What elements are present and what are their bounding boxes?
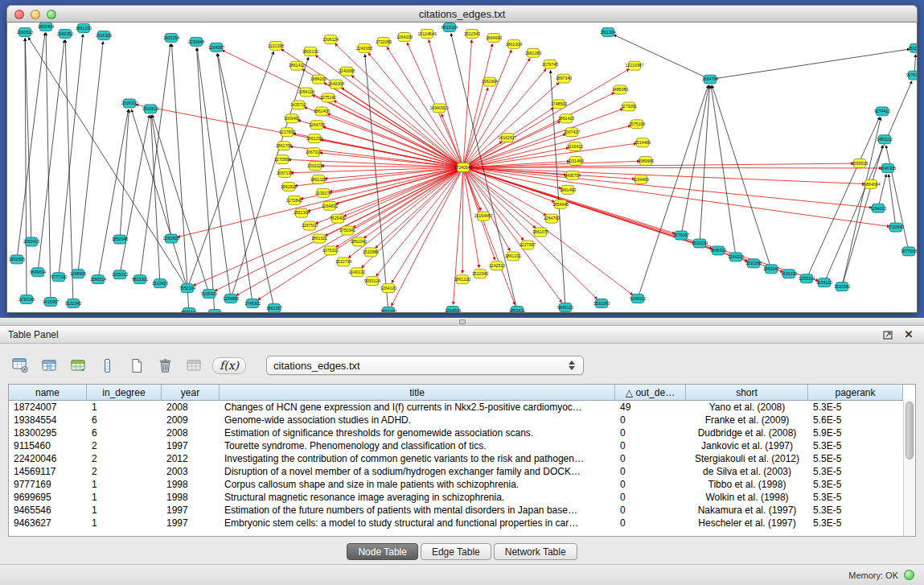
graph-node[interactable]: 2054124 (298, 88, 314, 97)
graph-node[interactable]: 1510342 (834, 282, 850, 291)
graph-node[interactable]: 9815301 (132, 275, 148, 284)
table-cell[interactable]: 5.3E-5 (808, 517, 903, 529)
graph-node[interactable]: 2067314 (306, 148, 322, 157)
graph-node[interactable]: 8613104 (441, 23, 458, 31)
table-cell[interactable]: 9463627 (9, 517, 87, 529)
graph-node[interactable]: 1275141 (320, 93, 336, 102)
table-row[interactable]: 1830029562008Estimation of significance … (9, 426, 903, 439)
graph-node[interactable]: 1268605 (70, 270, 86, 278)
graph-node[interactable]: 1216412 (567, 142, 583, 151)
graph-node[interactable]: 1264209 (396, 32, 413, 41)
graph-node[interactable]: 1264831 (322, 201, 338, 210)
column-header-pagerank[interactable]: pagerank (808, 385, 903, 401)
tab-edge-table[interactable]: Edge Table (421, 543, 491, 560)
table-scrollbar[interactable] (903, 401, 915, 536)
graph-node[interactable]: 9846320 (710, 246, 726, 255)
graph-node[interactable]: 1151469 (568, 157, 584, 166)
graph-node[interactable]: 1863404 (38, 23, 54, 31)
panel-divider[interactable] (0, 318, 924, 326)
graph-node[interactable]: 1664794 (702, 75, 718, 84)
graph-node[interactable]: 1510423 (152, 279, 168, 288)
graph-node[interactable]: 2016305 (96, 31, 112, 39)
table-cell[interactable]: Tourette syndrome. Phenomenology and cla… (220, 439, 615, 452)
table-cell[interactable]: Jankovic et al. (1997) (686, 439, 808, 452)
graph-node[interactable]: 2260605 (163, 234, 179, 243)
new-column-button[interactable] (125, 356, 147, 376)
table-cell[interactable]: 2009 (162, 414, 220, 426)
table-cell[interactable]: Hescheler et al. (1997) (686, 517, 808, 529)
graph-node[interactable]: 1510612 (142, 105, 158, 113)
graph-node[interactable]: 9102345 (65, 299, 81, 308)
import-table-button[interactable] (68, 356, 89, 376)
table-cell[interactable]: 2 (87, 452, 162, 465)
table-cell[interactable]: Corpus callosum shape and size in male p… (220, 478, 615, 491)
column-narrow-button[interactable] (97, 356, 118, 376)
table-row[interactable]: 1938455462009Genome-wide association stu… (9, 414, 903, 426)
graph-node[interactable]: 9845120 (557, 303, 573, 312)
graph-node[interactable]: 1852046 (112, 235, 128, 244)
column-header-short[interactable]: short (686, 385, 808, 401)
graph-node[interactable]: 2060413 (23, 237, 39, 246)
graph-node[interactable]: 1512543 (464, 29, 480, 38)
dropdown-stepper-icon[interactable] (569, 360, 577, 370)
column-header-year[interactable]: year (162, 385, 220, 401)
table-cell[interactable]: 2008 (162, 426, 220, 439)
divider-grip-icon[interactable] (459, 319, 466, 324)
graph-node[interactable]: 15154457 (474, 212, 492, 220)
graph-node[interactable]: 1154469 (633, 175, 649, 183)
table-cell[interactable]: 22420046 (9, 452, 87, 465)
table-cell[interactable]: Tibbo et al. (1998) (686, 478, 808, 491)
table-cell[interactable]: Dudbridge et al. (2008) (686, 426, 808, 439)
graph-node[interactable]: 2230145 (18, 295, 35, 304)
graph-node[interactable]: 9934251 (207, 310, 223, 312)
table-cell[interactable]: Embryonic stem cells: a model to study s… (220, 517, 615, 529)
table-cell[interactable]: Nakamura et al. (1997) (686, 504, 808, 517)
graph-node[interactable]: 9276341 (906, 71, 917, 80)
table-cell[interactable]: 5.5E-5 (808, 452, 903, 465)
table-cell[interactable]: Stergiakouli et al. (2012) (686, 452, 808, 465)
show-columns-button[interactable] (39, 356, 60, 376)
graph-node[interactable]: 1861423 (558, 114, 574, 123)
graph-node[interactable]: 1510263 (593, 299, 610, 308)
graph-node[interactable]: 1227067 (519, 241, 536, 249)
table-cell[interactable]: 49 (615, 401, 686, 414)
graph-node[interactable]: 1897343 (556, 74, 572, 83)
graph-node[interactable]: 1811304 (600, 27, 616, 36)
graph-node[interactable]: 1861075 (532, 228, 548, 237)
table-cell[interactable]: 0 (615, 439, 686, 452)
graph-node[interactable]: 1748503 (551, 100, 567, 109)
graph-node[interactable]: 1510349 (472, 270, 488, 278)
table-cell[interactable]: 5.3E-5 (808, 401, 903, 414)
table-row[interactable]: 1872400712008Changes of HCN gene express… (9, 401, 903, 414)
table-row[interactable]: 2242004622012Investigating the contribut… (9, 452, 903, 465)
graph-node[interactable]: 1510678 (908, 43, 917, 52)
scrollbar-thumb[interactable] (906, 402, 914, 459)
graph-node[interactable]: 1861233 (306, 134, 322, 143)
graph-node[interactable]: 1861357 (266, 304, 282, 312)
table-cell[interactable]: 1 (87, 401, 162, 414)
graph-node[interactable]: 1495754 (565, 171, 581, 179)
graph-node[interactable]: 9274413 (874, 107, 890, 116)
tab-network-table[interactable]: Network Table (494, 543, 577, 560)
table-cell[interactable]: 0 (615, 414, 686, 426)
graph-node[interactable]: 9245012 (630, 295, 646, 303)
table-row[interactable]: 911546021997Tourette syndrome. Phenomeno… (9, 439, 903, 452)
graph-node[interactable]: 1007427 (564, 128, 580, 137)
table-cell[interactable]: Estimation of significance thresholds fo… (220, 426, 615, 439)
graph-node[interactable]: 1221398 (268, 41, 284, 50)
graph-node[interactable]: 1863240 (763, 265, 779, 274)
graph-node[interactable]: 1861493 (560, 185, 576, 194)
close-panel-icon[interactable]: ✕ (901, 328, 916, 341)
graph-node[interactable]: 1075321 (322, 246, 339, 255)
graph-node[interactable]: 1902605 (9, 255, 25, 264)
table-cell[interactable]: 2 (87, 465, 162, 478)
graph-node[interactable]: 2242063 (356, 43, 372, 52)
graph-node[interactable]: 1003461 (284, 114, 300, 123)
graph-node[interactable]: 2060352 (57, 29, 73, 38)
graph-node[interactable]: 1861705 (276, 142, 292, 150)
graph-node[interactable]: 1264120 (380, 284, 396, 293)
graph-node[interactable]: 12210987 (625, 61, 643, 70)
graph-node[interactable]: 1861230 (76, 23, 92, 32)
table-cell[interactable]: 9777169 (9, 478, 87, 491)
zoom-window-button[interactable] (47, 10, 56, 19)
